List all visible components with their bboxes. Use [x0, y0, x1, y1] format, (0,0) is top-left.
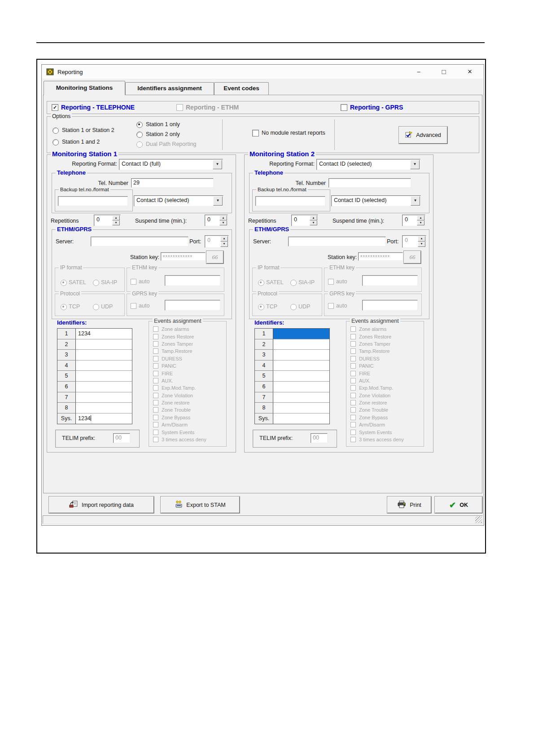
- identifier-row-number[interactable]: 4: [255, 360, 273, 371]
- identifier-value-cell[interactable]: [76, 403, 132, 413]
- backup-format-combobox[interactable]: Contact ID (selected) ▼: [134, 195, 223, 207]
- identifier-row-number[interactable]: 2: [57, 339, 76, 350]
- ethm-key-input[interactable]: [362, 275, 418, 286]
- glasses-icon[interactable]: 66: [404, 251, 421, 264]
- repetitions-spinner[interactable]: 0 ▲▼: [94, 215, 121, 226]
- reporting-telephone-label: Reporting - TELEPHONE: [61, 104, 135, 111]
- ip-format-groupbox: IP format SATEL SIA-IP: [55, 268, 125, 292]
- backup-format-combobox[interactable]: Contact ID (selected) ▼: [331, 195, 421, 207]
- chevron-down-icon[interactable]: ▼: [411, 196, 420, 206]
- spinner-buttons[interactable]: ▲▼: [310, 215, 317, 225]
- close-icon[interactable]: ✕: [464, 67, 475, 77]
- reporting-gprs-checkbox[interactable]: [341, 104, 347, 111]
- figure-frame: Reporting – □ ✕ Monitoring Stations Iden…: [36, 59, 486, 554]
- minimize-icon[interactable]: –: [413, 67, 424, 77]
- identifier-value-cell[interactable]: 1234: [76, 413, 132, 424]
- reporting-telephone-checkbox[interactable]: ✓: [52, 104, 58, 111]
- event-assignment-item: 3 times access deny: [149, 436, 226, 443]
- identifiers-label: Identifiers:: [57, 319, 87, 326]
- tab-identifiers-assignment[interactable]: Identifiers assignment: [125, 82, 214, 95]
- identifier-value-cell[interactable]: [273, 371, 329, 382]
- spinner-up-icon[interactable]: ▲: [112, 215, 120, 220]
- export-to-stam-button[interactable]: Export to STAM: [161, 497, 240, 513]
- telim-prefix-label: TELIM prefix:: [62, 435, 95, 441]
- identifier-row-number[interactable]: 8: [57, 403, 76, 413]
- identifier-value-cell[interactable]: [76, 371, 132, 382]
- backup-tel-input[interactable]: [58, 196, 128, 206]
- spinner-up-icon[interactable]: ▲: [417, 215, 425, 220]
- identifier-row-number[interactable]: 4: [57, 360, 76, 371]
- resize-grip[interactable]: [475, 516, 482, 523]
- chevron-down-icon[interactable]: ▼: [213, 196, 223, 206]
- identifier-value-cell[interactable]: [273, 413, 329, 424]
- radio-station-1-only[interactable]: [136, 122, 143, 128]
- spinner-down-icon[interactable]: ▼: [219, 220, 227, 225]
- identifier-row-number[interactable]: 1: [57, 329, 76, 339]
- radio-station-2-only[interactable]: [136, 132, 143, 138]
- identifier-value-cell[interactable]: [76, 360, 132, 371]
- tab-event-codes[interactable]: Event codes: [214, 82, 269, 95]
- identifier-row-number[interactable]: 1: [255, 329, 273, 339]
- identifier-value-cell[interactable]: [273, 350, 329, 360]
- protocol-caption: Protocol: [256, 290, 279, 297]
- title-bar[interactable]: Reporting – □ ✕: [42, 65, 483, 79]
- identifier-value-cell[interactable]: [273, 329, 329, 339]
- tel-number-input[interactable]: [328, 178, 411, 188]
- chevron-down-icon[interactable]: ▼: [410, 160, 420, 169]
- identifier-value-cell[interactable]: [76, 339, 132, 350]
- identifier-row-number[interactable]: Sys.: [57, 413, 76, 424]
- spinner-buttons[interactable]: ▲▼: [112, 215, 120, 225]
- spinner-down-icon[interactable]: ▼: [417, 220, 425, 225]
- identifier-value-cell[interactable]: [273, 382, 329, 392]
- identifier-value-cell[interactable]: [273, 392, 329, 403]
- advanced-button[interactable]: Advanced: [399, 127, 447, 144]
- identifier-row-number[interactable]: 7: [57, 392, 76, 403]
- repetitions-spinner[interactable]: 0 ▲▼: [291, 215, 318, 226]
- radio-station-1-and-2[interactable]: [53, 139, 59, 145]
- suspend-time-spinner[interactable]: 0 ▲▼: [205, 215, 228, 226]
- identifier-row-number[interactable]: 3: [57, 350, 76, 360]
- ethm-key-input[interactable]: [165, 275, 220, 286]
- gprs-key-input[interactable]: [362, 300, 418, 311]
- maximize-icon[interactable]: □: [438, 67, 449, 77]
- ok-button[interactable]: ✔ OK: [435, 497, 482, 513]
- identifier-value-cell[interactable]: 1234: [76, 329, 132, 339]
- identifier-value-cell[interactable]: [273, 360, 329, 371]
- identifier-value-cell[interactable]: [273, 339, 329, 350]
- import-reporting-data-button[interactable]: Import reporting data: [49, 497, 154, 513]
- no-module-restart-checkbox[interactable]: [252, 130, 259, 136]
- identifier-value-cell[interactable]: [273, 403, 329, 413]
- identifier-row-number[interactable]: 2: [255, 339, 273, 350]
- spinner-up-icon[interactable]: ▲: [219, 215, 227, 220]
- backup-tel-input[interactable]: [255, 196, 325, 206]
- spinner-buttons[interactable]: ▲▼: [417, 215, 425, 225]
- identifier-row-number[interactable]: 5: [57, 371, 76, 382]
- spinner-buttons[interactable]: ▲▼: [219, 215, 227, 225]
- server-input[interactable]: [91, 237, 188, 246]
- server-input[interactable]: [288, 237, 386, 246]
- identifier-row-number[interactable]: 5: [255, 371, 273, 382]
- identifier-row-number[interactable]: 7: [255, 392, 273, 403]
- identifier-value-cell[interactable]: [76, 382, 132, 392]
- identifier-row-number[interactable]: 6: [255, 382, 273, 392]
- chevron-down-icon[interactable]: ▼: [213, 160, 222, 169]
- suspend-time-spinner[interactable]: 0 ▲▼: [402, 215, 425, 226]
- spinner-down-icon[interactable]: ▼: [112, 220, 120, 225]
- identifier-row-number[interactable]: 8: [255, 403, 273, 413]
- spinner-up-icon[interactable]: ▲: [310, 215, 317, 220]
- print-button[interactable]: Print: [387, 497, 431, 513]
- reporting-format-combobox[interactable]: Contact ID (full) ▼: [119, 159, 223, 170]
- identifier-row-number[interactable]: 6: [57, 382, 76, 392]
- gprs-key-input[interactable]: [165, 300, 220, 311]
- radio-station-1-or-2[interactable]: [53, 127, 59, 134]
- identifier-value-cell[interactable]: [76, 392, 132, 403]
- checkbox-icon: [350, 378, 356, 383]
- tel-number-input[interactable]: 29: [131, 178, 214, 188]
- identifier-row-number[interactable]: 3: [255, 350, 273, 360]
- spinner-down-icon[interactable]: ▼: [310, 220, 317, 225]
- glasses-icon[interactable]: 66: [206, 251, 223, 264]
- tab-monitoring-stations[interactable]: Monitoring Stations: [44, 81, 125, 95]
- identifier-row-number[interactable]: Sys.: [255, 413, 273, 424]
- reporting-format-combobox[interactable]: Contact ID (selected) ▼: [316, 159, 420, 170]
- identifier-value-cell[interactable]: [76, 350, 132, 360]
